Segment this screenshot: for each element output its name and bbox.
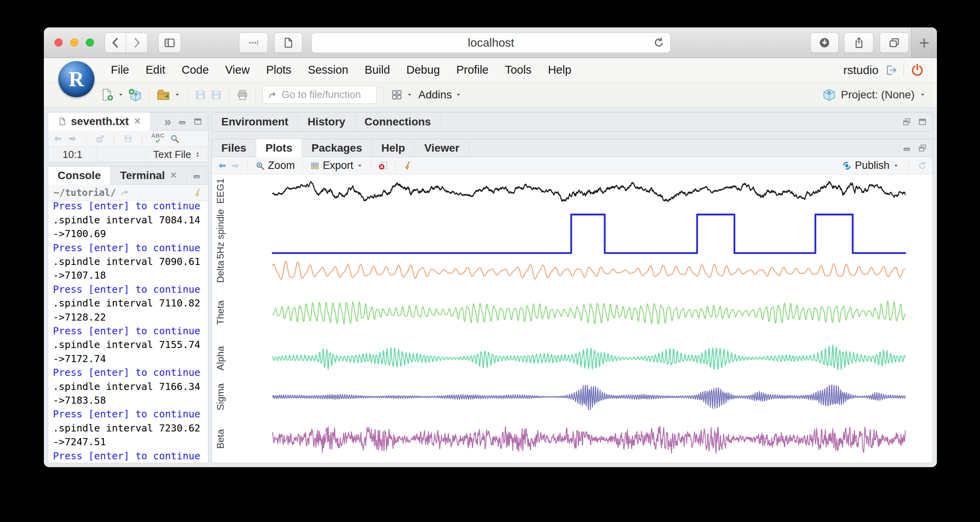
maximize-pane-icon[interactable] [918, 117, 927, 127]
tab-overview-button[interactable] [239, 33, 268, 53]
menu-build[interactable]: Build [356, 63, 398, 76]
clear-console-icon[interactable] [193, 188, 203, 198]
menu-file[interactable]: File [103, 63, 137, 76]
source-toolbar: ABC [48, 130, 208, 147]
sidebar-button[interactable] [158, 33, 181, 53]
chevron-right-icon [130, 36, 143, 49]
sign-out-icon[interactable] [885, 64, 897, 76]
menu-session[interactable]: Session [300, 63, 356, 76]
new-tab-button[interactable]: + [911, 27, 937, 58]
next-plot-icon[interactable] [231, 161, 240, 170]
goto-file-search[interactable] [262, 86, 377, 104]
panes-grid-icon[interactable] [391, 89, 403, 101]
addins-label: Addins [418, 89, 452, 101]
project-caret-icon [919, 91, 926, 98]
chevron-left-icon [109, 36, 122, 49]
close-tab-icon[interactable]: × [134, 115, 141, 127]
address-bar[interactable]: localhost [311, 33, 671, 53]
save-all-icon[interactable] [210, 89, 222, 101]
restore-panes-icon[interactable] [918, 143, 927, 153]
goto-directory-icon[interactable] [120, 188, 129, 198]
minimize-pane-icon[interactable] [192, 171, 201, 180]
minimize-pane-icon[interactable] [902, 143, 911, 153]
zoom-plot-button[interactable]: Zoom [255, 160, 295, 172]
show-tabs-button[interactable] [880, 33, 909, 53]
clear-all-plots-icon[interactable] [403, 161, 412, 170]
tabs-icon [888, 36, 900, 49]
tab-help[interactable]: Help [372, 139, 415, 157]
console-line: ->7247.51 [53, 435, 203, 449]
more-tabs-icon[interactable]: » [164, 115, 171, 128]
file-type-selector[interactable]: Text File [146, 149, 208, 161]
close-terminal-icon[interactable]: × [170, 169, 177, 181]
refresh-plot-icon[interactable] [918, 161, 927, 170]
maximize-pane-icon[interactable] [208, 171, 208, 180]
menu-profile[interactable]: Profile [448, 63, 497, 76]
open-file-caret-icon[interactable] [174, 91, 181, 98]
menu-debug[interactable]: Debug [398, 63, 448, 76]
browser-back-button[interactable] [105, 33, 127, 53]
close-window-button[interactable] [54, 38, 63, 47]
new-project-icon[interactable] [127, 87, 142, 102]
menu-view[interactable]: View [217, 63, 258, 76]
tab-viewer[interactable]: Viewer [415, 139, 469, 157]
minimize-pane-icon[interactable] [177, 117, 187, 126]
tab-terminal[interactable]: Terminal × [110, 167, 186, 184]
open-file-icon[interactable] [156, 87, 171, 102]
console-line: Press [enter] to continue [53, 449, 203, 463]
session-controls: rstudio [843, 63, 937, 77]
project-menu[interactable]: Project: (None) [822, 88, 926, 102]
save-icon[interactable] [194, 89, 207, 101]
browser-forward-button[interactable] [126, 33, 148, 53]
quit-session-icon[interactable] [910, 63, 924, 77]
tab-console[interactable]: Console [48, 167, 110, 185]
new-page-button[interactable] [274, 33, 302, 53]
remove-plot-icon[interactable] [378, 161, 388, 170]
save-source-icon[interactable] [123, 134, 133, 143]
export-plot-button[interactable]: Export [310, 160, 363, 172]
menu-plots[interactable]: Plots [258, 63, 299, 76]
publish-button[interactable]: Publish [842, 160, 899, 172]
divider [255, 87, 256, 103]
new-file-icon[interactable] [100, 88, 114, 102]
panes-caret-icon[interactable] [406, 91, 413, 98]
statusbar-spacer [97, 147, 146, 162]
menu-edit[interactable]: Edit [137, 63, 174, 76]
source-pane: seventh.txt × » [48, 112, 208, 162]
find-replace-icon[interactable] [170, 134, 179, 143]
source-back-icon[interactable] [53, 134, 62, 143]
plots-canvas: EEG15Hz spindleDeltaThetaAlphaSigmaBeta [212, 174, 933, 463]
menu-tools[interactable]: Tools [497, 63, 540, 76]
addins-menu[interactable]: Addins [418, 89, 462, 101]
reload-icon[interactable] [653, 37, 665, 49]
minimize-window-button[interactable] [70, 38, 78, 47]
tab-connections[interactable]: Connections [355, 112, 441, 131]
source-forward-icon[interactable] [68, 134, 77, 143]
maximize-pane-icon[interactable] [193, 117, 203, 126]
print-icon[interactable] [236, 89, 249, 101]
menu-code[interactable]: Code [174, 63, 217, 76]
fullscreen-window-button[interactable] [86, 38, 94, 47]
restore-panes-icon[interactable] [902, 117, 911, 127]
files-pane: FilesPlotsPackagesHelpViewer Zoom [212, 139, 933, 463]
share-button[interactable] [844, 33, 873, 53]
menu-help[interactable]: Help [540, 63, 580, 76]
tab-packages[interactable]: Packages [302, 139, 372, 157]
tab-plots[interactable]: Plots [256, 139, 302, 157]
tab-environment[interactable]: Environment [212, 112, 298, 131]
source-tabstrip: seventh.txt × » [48, 112, 208, 130]
plot-area: EEG15Hz spindleDeltaThetaAlphaSigmaBeta [212, 174, 933, 463]
goto-file-input[interactable] [281, 88, 372, 101]
console-output[interactable]: Press [enter] to continue.spindle interv… [48, 201, 208, 463]
popout-window-icon[interactable] [96, 134, 105, 143]
cursor-position: 10:1 [48, 147, 97, 162]
console-line: Press [enter] to continue [53, 366, 203, 379]
previous-plot-icon[interactable] [217, 161, 227, 170]
tab-seventh-txt[interactable]: seventh.txt × [48, 112, 150, 130]
tab-history[interactable]: History [298, 112, 355, 131]
spellcheck-icon[interactable]: ABC [151, 133, 165, 143]
downloads-button[interactable] [810, 33, 839, 53]
trace-label: Sigma [215, 383, 226, 411]
tab-files[interactable]: Files [212, 139, 256, 157]
new-file-caret-icon[interactable] [118, 91, 124, 98]
